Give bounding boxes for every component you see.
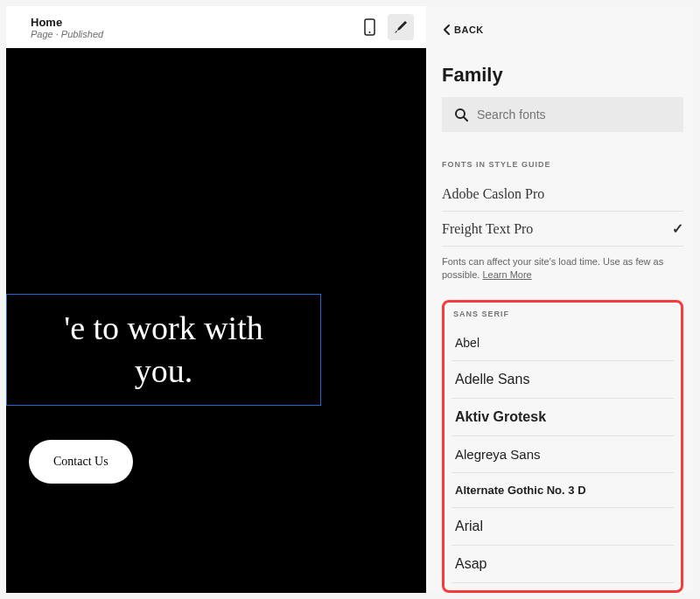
back-button[interactable]: BACK [442,24,694,36]
page-info[interactable]: Home Page · Published [31,16,103,39]
sans-serif-section-label: Sans Serif [453,310,674,318]
font-name: Adobe Caslon Pro [442,186,544,202]
style-brush-button[interactable] [388,14,414,40]
page-preview[interactable]: 'e to work with you. Contact Us [6,48,426,593]
search-icon [454,108,468,122]
back-label: BACK [454,24,484,35]
font-list-item[interactable]: Atrament Web [452,583,674,593]
font-name: Freight Text Pro [442,221,533,237]
phone-icon [364,18,375,36]
mobile-preview-button[interactable] [356,14,382,40]
font-list-item[interactable]: Alternate Gothic No. 3 D [452,473,674,508]
style-guide-section-label: Fonts in Style Guide [442,160,694,169]
font-list-item[interactable]: Asap [452,546,674,583]
search-input[interactable] [477,108,671,122]
headline-text: 'e to work with you. [64,307,262,394]
svg-point-1 [368,31,370,33]
page-title: Home [31,16,103,29]
topbar: Home Page · Published [6,6,426,48]
brush-icon [393,19,409,35]
font-list-item[interactable]: Abel [452,325,674,361]
font-list-item[interactable]: Adelle Sans [452,361,674,399]
font-family-panel: BACK Family Fonts in Style Guide Adobe C… [426,6,694,593]
search-fonts-box[interactable] [442,97,683,132]
checkmark-icon: ✓ [672,220,683,237]
font-list-highlighted: Sans Serif Abel Adelle Sans Aktiv Grotes… [442,300,683,593]
font-list-item[interactable]: Arial [452,508,674,546]
chevron-left-icon [442,24,451,36]
selected-text-block[interactable]: 'e to work with you. [6,294,321,406]
style-guide-font-item[interactable]: Freight Text Pro ✓ [442,212,683,247]
font-list-item[interactable]: Alegreya Sans [452,436,674,473]
style-guide-font-item[interactable]: Adobe Caslon Pro [442,178,683,212]
svg-line-3 [464,117,467,121]
panel-heading: Family [442,64,694,87]
font-list-item[interactable]: Aktiv Grotesk [452,399,674,436]
editor-left-panel: Home Page · Published [6,6,426,593]
font-load-note: Fonts can affect your site's load time. … [442,255,683,282]
learn-more-link[interactable]: Learn More [482,269,531,280]
contact-us-button[interactable]: Contact Us [29,440,133,484]
page-subtitle: Page · Published [31,29,103,39]
